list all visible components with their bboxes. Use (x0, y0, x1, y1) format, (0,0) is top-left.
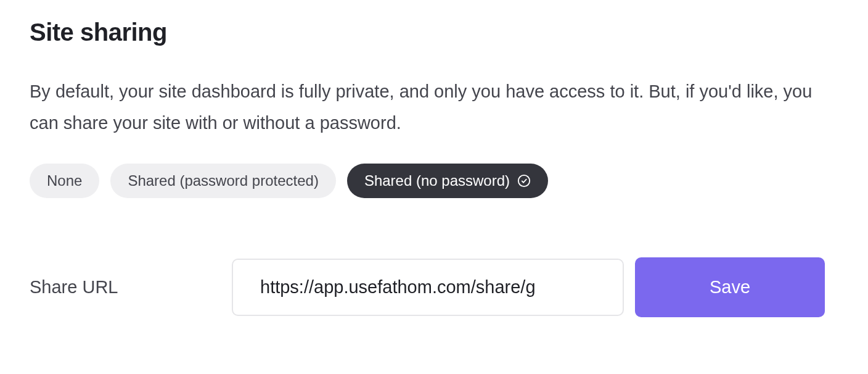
option-shared-password[interactable]: Shared (password protected) (110, 164, 336, 198)
svg-point-0 (518, 175, 530, 186)
option-none[interactable]: None (30, 164, 99, 198)
page-description: By default, your site dashboard is fully… (30, 76, 825, 139)
option-shared-no-password[interactable]: Shared (no password) (347, 164, 548, 198)
share-url-label: Share URL (30, 277, 232, 297)
page-title: Site sharing (30, 19, 838, 46)
check-circle-icon (517, 174, 531, 188)
share-url-input[interactable] (232, 259, 624, 316)
option-shared-no-password-label: Shared (no password) (364, 172, 510, 189)
sharing-option-group: None Shared (password protected) Shared … (30, 164, 838, 198)
option-shared-password-label: Shared (password protected) (128, 172, 319, 189)
share-url-row: Share URL Save (30, 257, 838, 317)
option-none-label: None (47, 172, 82, 189)
save-button[interactable]: Save (635, 257, 825, 317)
